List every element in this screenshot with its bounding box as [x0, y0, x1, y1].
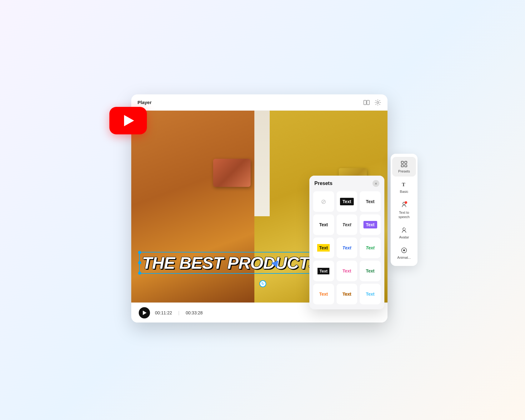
rotate-handle[interactable]: ↻: [259, 280, 266, 287]
player-titlebar: Player: [131, 94, 388, 111]
svg-text:T: T: [402, 182, 405, 187]
split-view-icon[interactable]: [363, 99, 370, 106]
preset-cell-purple-bg[interactable]: Text: [360, 214, 381, 235]
time-divider: |: [178, 310, 180, 315]
sidebar-label-avatar: Avatar: [399, 235, 409, 239]
preset-text-green-outline: Text: [366, 245, 375, 250]
preset-text-light-blue: Text: [366, 292, 375, 297]
svg-rect-1: [367, 100, 369, 105]
preset-text-yellow-bg: Text: [317, 244, 330, 252]
settings-icon[interactable]: [374, 99, 381, 106]
current-time: 00:11:22: [155, 310, 172, 315]
svg-point-2: [377, 102, 379, 103]
handle-middle-left[interactable]: [138, 261, 141, 264]
total-time: 00:33:28: [186, 310, 203, 315]
sidebar-item-presets[interactable]: Presets: [392, 157, 416, 177]
preset-cell-black-bg[interactable]: Text: [337, 191, 358, 212]
preset-cell-orange[interactable]: Text: [313, 284, 334, 304]
preset-text-orange: Text: [319, 292, 328, 297]
preset-cell-dark-green[interactable]: Text: [360, 261, 381, 281]
center-gap: [254, 111, 270, 216]
preset-cell-yellow-bg[interactable]: Text: [313, 238, 334, 258]
avatar-icon: +: [400, 226, 408, 234]
tts-icon-wrap: [400, 201, 408, 209]
text-overlay-selection[interactable]: THE BEST PRODUCTS T: [139, 252, 331, 274]
preset-text-purple-bg: Text: [363, 221, 377, 228]
svg-rect-5: [401, 165, 403, 167]
preset-text-black-bold: Text: [318, 268, 329, 274]
preset-text-bold-outline: Text: [319, 222, 328, 227]
animations-icon: [400, 246, 408, 254]
play-button[interactable]: [139, 307, 150, 318]
preset-cell-light-blue[interactable]: Text: [360, 284, 381, 304]
preset-cell-blue-outline[interactable]: Text: [337, 238, 358, 258]
sidebar-label-tts: Text to speech: [395, 211, 413, 219]
preset-text-black-bg: Text: [340, 198, 354, 205]
preset-text-dark-green: Text: [366, 268, 375, 273]
player-title: Player: [138, 100, 363, 105]
sidebar-item-basic[interactable]: T Basic: [392, 177, 416, 197]
preset-cell-none[interactable]: ⊘: [313, 191, 334, 212]
right-sidebar: Presets T Basic Text to speech: [391, 154, 418, 266]
svg-text:+: +: [405, 227, 406, 229]
presets-title: Presets: [314, 181, 372, 186]
preset-text-blue-outline: Text: [342, 245, 351, 250]
presets-header: Presets ×: [309, 176, 384, 190]
presets-panel: Presets × ⊘ Text Text Text Text Text: [309, 176, 384, 309]
youtube-logo: [109, 107, 147, 134]
sidebar-label-animations: Animat...: [397, 256, 411, 260]
sidebar-item-tts[interactable]: Text to speech: [392, 198, 416, 222]
preset-text-plain: Text: [366, 199, 375, 204]
svg-rect-6: [405, 165, 407, 167]
svg-rect-3: [401, 161, 403, 163]
sidebar-item-avatar[interactable]: + Avatar: [392, 223, 416, 242]
overlay-video-text: THE BEST PRODUCTS T: [142, 253, 334, 272]
preset-none-icon: ⊘: [321, 198, 326, 205]
presets-close-button[interactable]: ×: [372, 180, 379, 187]
handle-bottom-left[interactable]: [138, 272, 141, 275]
presets-grid: ⊘ Text Text Text Text Text Text: [309, 190, 384, 309]
bag-left: [213, 159, 251, 187]
svg-rect-0: [364, 100, 366, 105]
preset-cell-green-outline[interactable]: Text: [360, 238, 381, 258]
preset-text-pink: Text: [342, 268, 351, 273]
sidebar-label-basic: Basic: [400, 190, 408, 194]
titlebar-icons: [363, 99, 381, 106]
sidebar-item-animations[interactable]: Animat...: [392, 243, 416, 263]
preset-cell-gold-outline[interactable]: Text: [337, 284, 358, 304]
preset-cell-pink[interactable]: Text: [337, 261, 358, 281]
preset-cell-italic[interactable]: Text: [337, 214, 358, 235]
preset-cell-bold-outline[interactable]: Text: [313, 214, 334, 235]
preset-text-italic: Text: [342, 222, 351, 227]
handle-top-left[interactable]: [138, 251, 141, 254]
svg-rect-4: [405, 161, 407, 163]
basic-icon: T: [400, 180, 408, 188]
sidebar-label-presets: Presets: [398, 169, 410, 173]
preset-cell-plain[interactable]: Text: [360, 191, 381, 212]
preset-text-gold-outline: Text: [342, 292, 351, 297]
presets-icon: [400, 160, 408, 168]
svg-point-13: [403, 249, 405, 251]
preset-cell-black-bold[interactable]: Text: [313, 261, 334, 281]
